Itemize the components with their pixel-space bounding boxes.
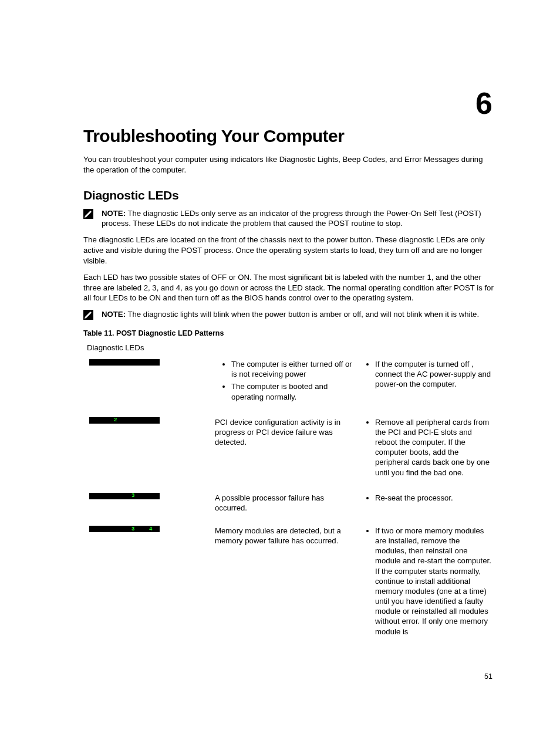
led-pattern: 34	[89, 526, 160, 532]
led-segment-1	[89, 526, 107, 532]
description-text: A possible processor failure has occurre…	[212, 491, 356, 523]
led-segment-3: 3	[124, 493, 142, 499]
body-paragraph-2: Each LED has two possible states of OFF …	[83, 272, 495, 303]
note-text-2: NOTE: The diagnostic lights will blink w…	[102, 309, 495, 320]
note-label: NOTE:	[102, 310, 126, 319]
note-text-1: NOTE: The diagnostic LEDs only serve as …	[102, 208, 495, 229]
list-item: The computer is either turned off or is …	[231, 359, 354, 379]
table-row: The computer is either turned off or is …	[83, 357, 495, 415]
led-pattern	[89, 359, 160, 366]
table-caption: Table 11. POST Diagnostic LED Patterns	[83, 329, 495, 337]
action-list: Re-seat the processor.	[359, 493, 492, 503]
action-list: If two or more memory modules are instal…	[359, 526, 492, 637]
list-item: If two or more memory modules are instal…	[375, 526, 492, 637]
led-segment-3	[124, 359, 142, 366]
page-number: 51	[484, 672, 492, 681]
description-text: Memory modules are detected, but a memor…	[212, 523, 356, 650]
intro-paragraph: You can troubleshoot your computer using…	[83, 154, 495, 175]
action-list: If the computer is turned off , connect …	[359, 359, 492, 389]
led-segment-2	[107, 359, 124, 366]
action-list: Remove all peripheral cards from the PCI…	[359, 417, 492, 478]
led-segment-4: 4	[142, 526, 160, 532]
table-header: Diagnostic LEDs	[87, 343, 495, 352]
list-item: Remove all peripheral cards from the PCI…	[375, 417, 492, 478]
diagnostic-led-table: The computer is either turned off or is …	[83, 357, 495, 650]
led-segment-2: 2	[107, 417, 124, 424]
led-segment-3: 3	[124, 526, 142, 532]
note-label: NOTE:	[102, 209, 126, 218]
led-segment-2	[107, 493, 124, 499]
led-segment-3	[124, 417, 142, 424]
note-block-1: NOTE: The diagnostic LEDs only serve as …	[83, 208, 495, 229]
note-icon	[83, 209, 93, 219]
led-segment-1	[89, 359, 107, 366]
body-paragraph-1: The diagnostic LEDs are located on the f…	[83, 235, 495, 266]
list-item: The computer is booted and operating nor…	[231, 381, 354, 401]
table-row: 3A possible processor failure has occurr…	[83, 491, 495, 523]
note-body-1: The diagnostic LEDs only serve as an ind…	[102, 209, 481, 228]
list-item: Re-seat the processor.	[375, 493, 492, 503]
note-body-2: The diagnostic lights will blink when th…	[127, 310, 479, 319]
led-pattern: 2	[89, 417, 160, 424]
led-segment-4	[142, 417, 160, 424]
table-row: 2PCI device configuration activity is in…	[83, 415, 495, 491]
led-pattern: 3	[89, 493, 160, 499]
led-segment-4	[142, 493, 160, 499]
note-block-2: NOTE: The diagnostic lights will blink w…	[83, 309, 495, 320]
led-segment-1	[89, 493, 107, 499]
page-title: Troubleshooting Your Computer	[83, 126, 495, 146]
led-segment-1	[89, 417, 107, 424]
led-segment-4	[142, 359, 160, 366]
description-list: The computer is either turned off or is …	[215, 359, 354, 402]
list-item: If the computer is turned off , connect …	[375, 359, 492, 389]
section-heading: Diagnostic LEDs	[83, 188, 495, 202]
led-segment-2	[107, 526, 124, 532]
chapter-number: 6	[475, 88, 492, 119]
table-row: 34Memory modules are detected, but a mem…	[83, 523, 495, 650]
description-text: PCI device configuration activity is in …	[212, 415, 356, 491]
note-icon	[83, 310, 93, 320]
